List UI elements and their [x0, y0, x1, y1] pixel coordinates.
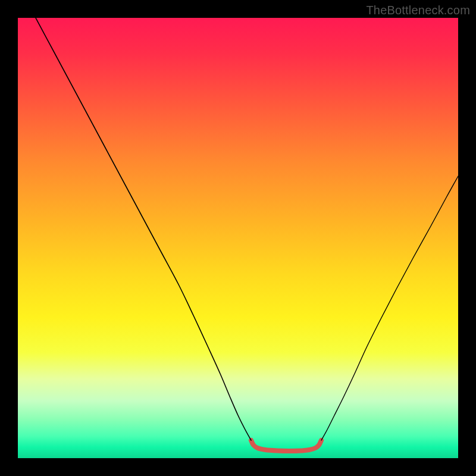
right-ascent-curve: [321, 176, 458, 440]
plot-area: [18, 18, 458, 458]
chart-frame: TheBottleneck.com: [0, 0, 476, 476]
left-descent-curve: [36, 18, 251, 440]
curve-layer: [18, 18, 458, 458]
watermark-text: TheBottleneck.com: [366, 4, 470, 17]
valley-marker: [251, 440, 321, 451]
